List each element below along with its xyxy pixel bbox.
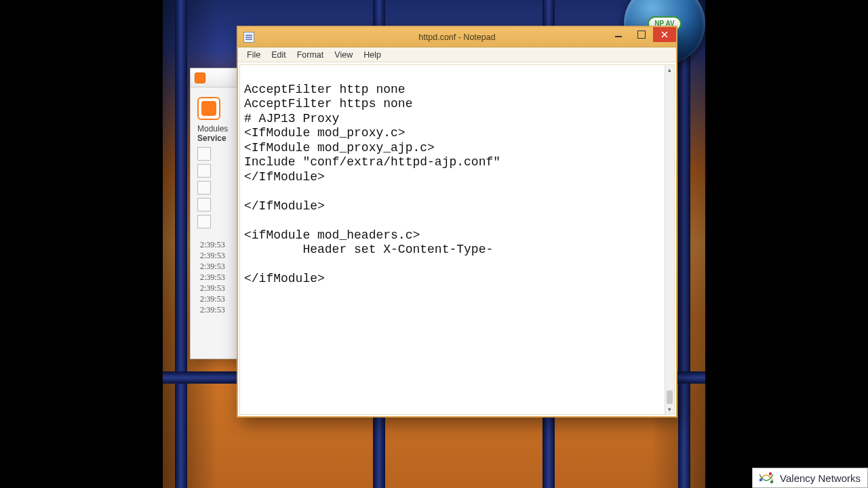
- decor-bar: [175, 0, 187, 488]
- log-time: 2:39:53: [200, 283, 225, 293]
- log-time: 2:39:53: [200, 293, 225, 304]
- menu-view[interactable]: View: [330, 49, 357, 61]
- watermark-text: Valency Networks: [780, 473, 861, 483]
- maximize-button[interactable]: [630, 27, 653, 42]
- scroll-up-arrow-icon[interactable]: ▴: [665, 65, 674, 75]
- notepad-menubar[interactable]: File Edit Format View Help: [238, 47, 676, 62]
- service-checkbox[interactable]: [197, 198, 211, 211]
- service-checkbox[interactable]: [197, 164, 211, 178]
- service-checkbox[interactable]: [197, 181, 211, 195]
- log-time: 2:39:53: [200, 304, 225, 315]
- menu-format[interactable]: Format: [292, 49, 329, 61]
- log-time: 2:39:53: [200, 250, 225, 261]
- decor-bar: [678, 0, 690, 488]
- service-checkbox[interactable]: [197, 147, 211, 161]
- menu-edit[interactable]: Edit: [267, 49, 291, 61]
- notepad-text-area[interactable]: AcceptFilter http none AcceptFilter http…: [240, 65, 665, 414]
- xampp-log-timestamps: 2:39:53 2:39:53 2:39:53 2:39:53 2:39:53 …: [200, 239, 225, 315]
- svg-point-1: [769, 472, 772, 475]
- notepad-icon: [243, 32, 254, 43]
- close-icon: [661, 31, 668, 38]
- valency-watermark: Valency Networks: [752, 468, 868, 488]
- menu-help[interactable]: Help: [359, 49, 386, 61]
- menu-file[interactable]: File: [242, 49, 265, 61]
- xampp-logo-icon: [197, 97, 220, 120]
- log-time: 2:39:53: [200, 272, 225, 283]
- notepad-titlebar[interactable]: httpd.conf - Notepad: [238, 27, 676, 47]
- log-time: 2:39:53: [200, 239, 225, 250]
- vertical-scrollbar[interactable]: ▴ ▾: [665, 65, 674, 414]
- notepad-window[interactable]: httpd.conf - Notepad File Edit Format Vi…: [237, 26, 677, 418]
- xampp-icon: [195, 73, 205, 83]
- close-button[interactable]: [653, 27, 676, 42]
- valency-logo-icon: [757, 470, 776, 485]
- minimize-button[interactable]: [607, 27, 630, 42]
- svg-point-2: [770, 481, 773, 483]
- log-time: 2:39:53: [200, 261, 225, 272]
- svg-point-0: [760, 479, 762, 481]
- service-checkbox[interactable]: [197, 215, 211, 228]
- scroll-down-arrow-icon[interactable]: ▾: [665, 405, 674, 414]
- notepad-client-area: AcceptFilter http none AcceptFilter http…: [239, 64, 675, 415]
- scrollbar-thumb[interactable]: [667, 390, 673, 404]
